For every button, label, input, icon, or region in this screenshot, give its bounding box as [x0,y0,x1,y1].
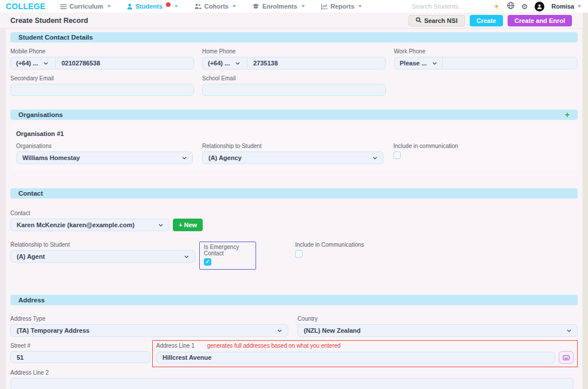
school-email-label: School Email [202,75,386,81]
create-button[interactable]: Create [470,15,503,26]
chevron-down-icon [107,5,111,7]
country-label: Country [297,316,578,322]
address-line-2-input[interactable] [10,378,574,389]
country-value: (NZL) New Zealand [304,327,361,334]
theme-sun-icon[interactable]: ☀ [493,3,500,10]
contact-relationship-select[interactable]: (A) Agent [10,250,195,263]
section-title: Student Contact Details [18,34,93,41]
organisation-value: Williams Homestay [22,154,80,161]
contact-relationship-label: Relationship to Student [10,242,195,248]
organisation-field: Organisations Williams Homestay [16,143,193,164]
home-phone-code-select[interactable]: (+64) ... [203,57,247,69]
work-phone-label: Work Phone [394,48,578,55]
add-organisation-icon[interactable]: + [565,111,570,119]
chevron-down-icon [277,329,282,332]
section-title: Address [18,297,45,304]
new-contact-button[interactable]: + New [173,219,203,231]
gear-icon[interactable]: ⚙ [521,3,528,10]
chart-icon [321,3,328,9]
is-emergency-label: Is Emergency Contact [204,244,252,256]
vertical-scrollbar[interactable] [583,13,588,389]
section-title: Contact [18,190,43,197]
include-in-communication-label: Include in communication [393,143,458,149]
contact-field: Contact Karen McKenzie (karen@example.co… [10,210,578,231]
org-relationship-field: Relationship to Student (A) Agency [202,143,384,164]
chevron-down-icon [235,62,240,65]
nav-item-students[interactable]: Students [127,3,178,10]
address-autocomplete-button[interactable] [559,351,574,364]
graduation-cap-icon [252,3,260,9]
org-relationship-select[interactable]: (A) Agency [202,151,384,164]
section-contact: Contact [10,188,578,199]
section-student-contact-details: Student Contact Details [10,32,578,42]
address-type-label: Address Type [10,316,288,322]
organisation-select[interactable]: Williams Homestay [16,151,193,164]
include-in-communications-checkbox[interactable] [295,250,303,258]
address-type-value: (TA) Temporary Address [17,327,90,334]
code-value: (+64) ... [16,60,38,67]
address-type-field: Address Type (TA) Temporary Address [10,316,288,337]
globe-icon[interactable] [507,1,514,11]
country-select[interactable]: (NZL) New Zealand [297,324,578,337]
include-in-communication-checkbox[interactable] [393,151,401,159]
nav-label: Cohorts [204,3,229,10]
chevron-down-icon [358,5,362,7]
user-avatar[interactable] [535,2,544,11]
home-phone-input[interactable] [247,57,385,69]
nav-label: Reports [331,3,355,10]
student-icon [127,3,133,10]
organisation-label: Organisations [16,143,193,149]
chevron-down-icon [432,62,437,65]
work-phone-input[interactable] [443,57,577,69]
search-input[interactable] [412,3,486,10]
top-navbar: COLLEGE Curriculum Students Cohorts Enro… [0,0,588,13]
address-line-1-label: Address Line 1 [156,343,195,349]
nav-item-cohorts[interactable]: Cohorts [194,3,236,10]
address-type-select[interactable]: (TA) Temporary Address [10,324,288,337]
organisation-entry-card: Organisation #1 Organisations Williams H… [10,125,578,170]
chevron-down-icon [44,62,48,65]
street-number-label: Street # [10,343,150,349]
search-nsi-label: Search NSI [424,17,458,24]
secondary-email-label: Secondary Email [10,75,194,81]
mobile-phone-code-select[interactable]: (+64) ... [11,57,56,69]
page-title: Create Student Record [10,17,88,25]
app-logo[interactable]: COLLEGE [6,2,45,11]
chevron-down-icon [158,224,163,227]
secondary-email-input[interactable] [10,84,194,96]
annotation-box-blue: Is Emergency Contact ✓ [199,242,256,270]
address-line-1-annotation: generates full addresses based on what y… [207,343,341,349]
contact-relationship-field: Relationship to Student (A) Agent [10,242,195,263]
contact-select[interactable]: Karen McKenzie (karen@example.com) [10,219,169,231]
create-and-enrol-button[interactable]: Create and Enrol [508,15,572,26]
chevron-down-icon [175,5,178,7]
nav-item-enrolments[interactable]: Enrolments [252,3,305,10]
chevron-down-icon [233,5,236,7]
chevron-down-icon [567,329,571,332]
search-nsi-button[interactable]: Search NSI [408,15,465,26]
country-field: Country (NZL) New Zealand [297,316,578,337]
org-relationship-label: Relationship to Student [202,143,384,149]
chevron-down-icon [301,5,305,7]
code-value: Please ... [400,60,427,67]
is-emergency-checkbox[interactable]: ✓ [204,258,211,266]
section-address: Address [10,295,578,305]
school-email-input[interactable] [202,84,386,96]
nav-item-reports[interactable]: Reports [321,3,362,10]
address-line-1-input[interactable] [156,352,555,364]
contact-relationship-value: (A) Agent [17,253,45,260]
street-number-input[interactable] [10,351,150,363]
mobile-phone-label: Mobile Phone [10,48,194,55]
nav-item-curriculum[interactable]: Curriculum [60,3,111,10]
hamburger-icon [60,4,67,9]
contact-label: Contact [10,210,578,216]
mobile-phone-input[interactable] [56,57,194,69]
cohorts-icon [194,3,202,9]
chevron-down-icon [578,5,581,7]
nav-label: Curriculum [69,3,103,10]
section-organisations: Organisations + [10,110,578,120]
user-menu[interactable]: Romisa [551,3,574,10]
address-line-2-field: Address Line 2 [10,369,578,389]
contact-value: Karen McKenzie (karen@example.com) [17,221,134,228]
work-phone-code-select[interactable]: Please ... [394,57,443,69]
